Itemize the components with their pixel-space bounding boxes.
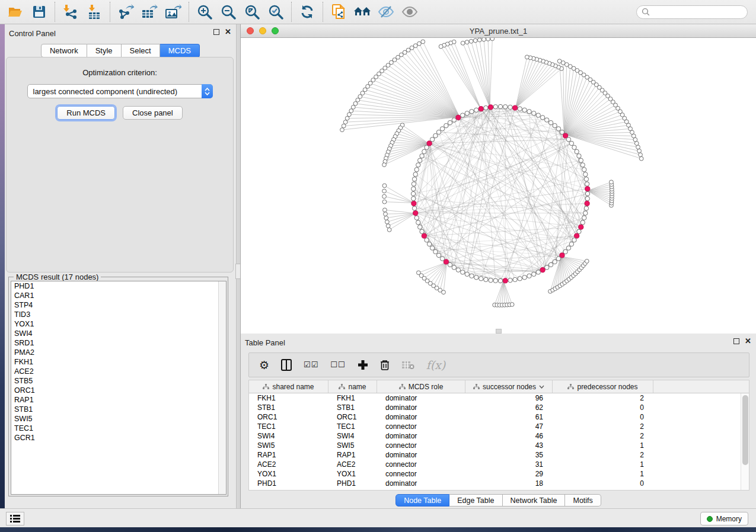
graph-node[interactable] [557,59,562,63]
graph-node[interactable] [473,39,477,43]
graph-node[interactable] [508,105,512,109]
graph-node[interactable] [522,275,527,280]
graph-node[interactable] [518,277,522,281]
graph-node[interactable] [412,197,416,201]
copy-network-icon[interactable] [327,2,350,21]
graph-node[interactable] [386,224,390,228]
graph-node[interactable] [569,242,573,246]
mcds-result-item[interactable]: SRD1 [11,338,226,348]
graph-node[interactable] [461,270,465,274]
graph-node[interactable] [353,101,358,105]
graph-node[interactable] [442,290,446,294]
export-image-icon[interactable] [161,2,185,21]
table-row[interactable]: ACE2ACE2connector311 [249,460,749,469]
graph-node[interactable] [387,227,391,232]
graph-node[interactable] [532,272,536,276]
zoom-in-icon[interactable] [193,2,216,21]
graph-node[interactable] [349,109,353,113]
graph-node[interactable] [469,39,473,43]
export-table-icon[interactable] [138,2,161,21]
mcds-result-item[interactable]: STP4 [11,300,226,310]
graph-node[interactable] [513,277,517,281]
graph-node[interactable] [345,116,349,120]
function-builder-icon[interactable]: f(x) [426,358,446,371]
graph-node[interactable] [508,278,512,282]
mcds-result-item[interactable]: GCR1 [11,433,226,443]
graph-node[interactable] [465,272,469,276]
graph-node[interactable] [413,44,417,48]
graph-node-mcds[interactable] [585,201,589,206]
graph-node[interactable] [440,127,444,131]
graph-node[interactable] [452,118,456,122]
graph-node[interactable] [577,229,581,233]
graph-node-mcds[interactable] [563,133,568,138]
graph-node[interactable] [417,41,422,46]
delete-column-icon[interactable] [380,360,390,371]
column-header-name[interactable]: name [328,380,377,393]
graph-node[interactable] [566,246,570,250]
refresh-view-icon[interactable] [295,2,319,21]
graph-node[interactable] [384,212,388,216]
graph-node[interactable] [548,120,553,124]
graph-node[interactable] [636,145,640,149]
close-panel-icon[interactable]: ✕ [225,29,231,35]
graph-node[interactable] [540,116,544,120]
zoom-out-icon[interactable] [216,2,240,21]
graph-node[interactable] [412,177,416,181]
graph-node[interactable] [470,110,474,114]
mcds-result-item[interactable]: RAP1 [11,395,226,405]
import-network-icon[interactable] [59,2,82,21]
graph-node[interactable] [525,55,529,59]
graph-node[interactable] [580,163,585,167]
mcds-result-item[interactable]: PMA2 [11,348,226,357]
graph-node[interactable] [556,127,560,131]
graph-node[interactable] [482,38,486,41]
graph-node[interactable] [456,268,460,272]
graph-node[interactable] [582,168,586,172]
graph-node[interactable] [556,257,560,261]
graph-node[interactable] [412,182,416,186]
tab-motifs[interactable]: Motifs [565,494,601,507]
graph-node[interactable] [436,253,441,257]
graph-node[interactable] [430,246,434,250]
graph-node[interactable] [461,113,465,117]
graph-node[interactable] [385,220,389,224]
graph-node[interactable] [527,274,531,278]
memory-button[interactable]: Memory [700,512,748,525]
graph-node[interactable] [572,145,576,149]
graph-node[interactable] [569,141,573,145]
graph-node[interactable] [639,156,643,161]
graph-node[interactable] [342,124,346,128]
graph-node[interactable] [425,145,429,149]
graph-node[interactable] [639,153,643,157]
mcds-result-item[interactable]: ORC1 [11,386,226,395]
graph-node[interactable] [575,149,579,153]
graph-node[interactable] [410,46,414,50]
mcds-result-item[interactable]: TID3 [11,310,226,319]
graph-node[interactable] [440,257,444,261]
close-panel-button[interactable]: Close panel [123,106,183,120]
graph-node-mcds[interactable] [456,115,461,120]
mcds-result-item[interactable]: TEC1 [11,424,226,433]
graph-node[interactable] [425,238,429,242]
table-scrollbar-thumb[interactable] [742,395,748,465]
graph-node[interactable] [414,216,419,220]
graph-node-mcds[interactable] [427,141,432,146]
graph-node[interactable] [413,172,417,177]
table-row[interactable]: STB1STB1dominator620 [249,403,749,412]
mcds-result-item[interactable]: CAR1 [11,291,226,300]
graph-node[interactable] [414,168,419,172]
graph-node[interactable] [430,137,434,142]
mcds-list-scrollbar[interactable] [218,281,226,494]
table-row[interactable]: ORC1ORC1dominator610 [249,412,749,422]
mcds-result-item[interactable]: SWI5 [11,414,226,424]
graph-node[interactable] [448,262,452,267]
table-row[interactable]: YOX1YOX1connector291 [249,469,749,479]
graph-node[interactable] [532,111,536,115]
add-column-icon[interactable] [358,360,368,370]
search-field[interactable] [636,5,748,19]
mcds-result-item[interactable]: ACE2 [11,367,226,376]
graph-node[interactable] [433,133,438,137]
graph-node[interactable] [484,277,488,281]
graph-node[interactable] [489,278,493,282]
